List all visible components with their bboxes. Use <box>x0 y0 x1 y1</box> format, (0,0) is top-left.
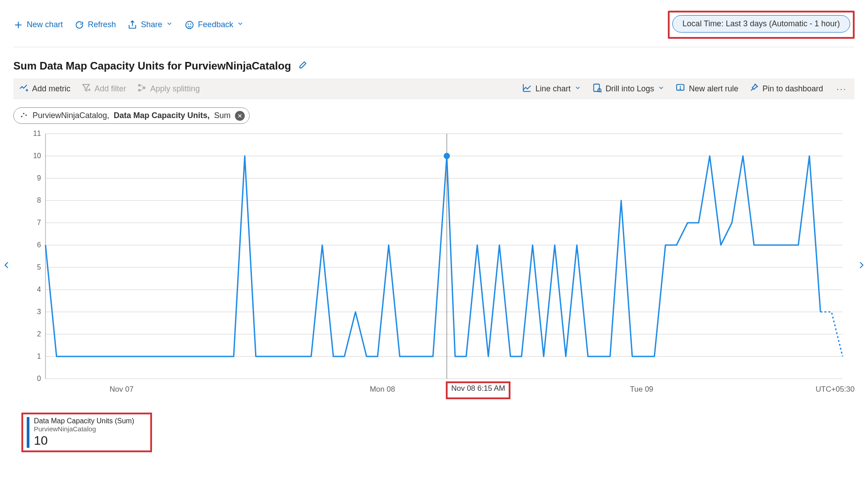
legend-card[interactable]: Data Map Capacity Units (Sum) PurviewNin… <box>27 417 134 448</box>
metric-chip-aggregation: Sum <box>214 111 230 120</box>
share-icon <box>128 20 137 30</box>
more-menu-button[interactable]: ··· <box>834 84 849 94</box>
svg-point-21 <box>680 89 680 89</box>
pin-icon <box>749 83 759 95</box>
tooltip-time-label: Nov 08 6:15 AM <box>451 384 505 393</box>
top-toolbar: New chart Refresh Share Feedback Local T… <box>13 9 855 47</box>
chevron-down-icon <box>166 20 173 29</box>
apply-splitting-label: Apply splitting <box>150 84 200 94</box>
add-filter-label: Add filter <box>95 84 126 94</box>
add-metric-button[interactable]: Add metric <box>19 83 70 95</box>
svg-point-53 <box>444 153 450 159</box>
svg-point-13 <box>144 87 145 89</box>
svg-text:0: 0 <box>37 375 41 382</box>
apply-splitting-button[interactable]: Apply splitting <box>137 83 200 95</box>
logs-icon <box>592 83 602 95</box>
svg-point-22 <box>21 116 22 117</box>
legend-scope: PurviewNinjaCatalog <box>34 425 134 433</box>
svg-point-24 <box>25 115 27 116</box>
svg-point-11 <box>139 85 140 86</box>
chart-type-dropdown[interactable]: Line chart <box>522 83 581 95</box>
svg-text:9: 9 <box>37 174 41 182</box>
time-range-label: Local Time: Last 3 days (Automatic - 1 h… <box>683 19 840 28</box>
svg-text:2: 2 <box>37 330 41 338</box>
feedback-button[interactable]: Feedback <box>185 20 244 30</box>
add-metric-icon <box>19 83 29 95</box>
svg-text:8: 8 <box>37 196 41 204</box>
plus-icon <box>13 20 23 30</box>
split-icon <box>137 83 147 95</box>
scroll-left-button[interactable] <box>2 260 12 270</box>
svg-point-4 <box>188 24 189 24</box>
metric-chip[interactable]: PurviewNinjaCatalog, Data Map Capacity U… <box>13 107 250 124</box>
refresh-label: Refresh <box>88 20 116 29</box>
share-label: Share <box>141 20 162 29</box>
svg-text:1: 1 <box>37 352 41 360</box>
new-chart-label: New chart <box>27 20 63 29</box>
metric-chip-scope: PurviewNinjaCatalog, <box>33 111 109 120</box>
edit-title-button[interactable] <box>297 61 307 72</box>
time-range-picker[interactable]: Local Time: Last 3 days (Automatic - 1 h… <box>672 15 850 33</box>
svg-text:4: 4 <box>37 286 41 293</box>
line-chart-svg[interactable]: 01234567891011 <box>13 129 852 397</box>
drill-logs-label: Drill into Logs <box>605 84 654 94</box>
svg-point-3 <box>186 21 193 29</box>
svg-text:5: 5 <box>37 263 41 271</box>
share-button[interactable]: Share <box>128 20 173 30</box>
svg-point-23 <box>23 113 25 114</box>
svg-text:6: 6 <box>37 241 41 249</box>
svg-point-5 <box>190 24 191 24</box>
scroll-right-button[interactable] <box>856 260 866 270</box>
chart-area: 01234567891011 Nov 08 6:15 AM Nov 07 Mon… <box>13 129 855 401</box>
chart-toolbar: Add metric Add filter Apply splitting Li… <box>13 78 855 99</box>
svg-text:11: 11 <box>33 130 41 137</box>
chevron-down-icon <box>658 84 665 94</box>
smile-icon <box>185 20 194 30</box>
svg-rect-16 <box>594 84 600 92</box>
line-chart-icon <box>522 83 532 95</box>
chart-title-row: Sum Data Map Capacity Units for PurviewN… <box>13 60 855 72</box>
pin-label: Pin to dashboard <box>762 84 823 94</box>
time-range-highlight-box: Local Time: Last 3 days (Automatic - 1 h… <box>668 11 855 39</box>
scatter-icon <box>20 110 28 121</box>
chart-title: Sum Data Map Capacity Units for PurviewN… <box>13 60 291 72</box>
alert-icon <box>675 83 685 95</box>
legend-series-name: Data Map Capacity Units (Sum) <box>34 417 134 425</box>
add-metric-label: Add metric <box>32 84 70 94</box>
x-axis-label: Mon 08 <box>370 385 395 394</box>
svg-text:7: 7 <box>37 219 41 226</box>
new-chart-button[interactable]: New chart <box>13 20 63 30</box>
svg-line-18 <box>601 91 601 92</box>
x-axis-tz-label: UTC+05:30 <box>816 385 855 394</box>
chevron-down-icon <box>237 20 244 29</box>
drill-into-logs-dropdown[interactable]: Drill into Logs <box>592 83 665 95</box>
metric-chip-row: PurviewNinjaCatalog, Data Map Capacity U… <box>13 107 855 124</box>
svg-text:10: 10 <box>33 152 41 160</box>
refresh-button[interactable]: Refresh <box>74 20 116 30</box>
legend-highlight-box: Data Map Capacity Units (Sum) PurviewNin… <box>21 413 152 452</box>
add-filter-button[interactable]: Add filter <box>81 83 126 95</box>
legend-value: 10 <box>34 434 134 448</box>
filter-icon <box>81 83 91 95</box>
remove-metric-button[interactable] <box>235 111 245 121</box>
pin-to-dashboard-button[interactable]: Pin to dashboard <box>749 83 823 95</box>
x-axis-label: Tue 09 <box>630 385 653 394</box>
metric-chip-metric: Data Map Capacity Units, <box>114 111 210 120</box>
new-alert-rule-button[interactable]: New alert rule <box>675 83 738 95</box>
chart-type-label: Line chart <box>535 84 571 94</box>
feedback-label: Feedback <box>198 20 233 29</box>
refresh-icon <box>74 20 84 30</box>
svg-text:3: 3 <box>37 308 41 315</box>
x-axis-label: Nov 07 <box>110 385 134 394</box>
chevron-down-icon <box>574 84 581 94</box>
svg-point-12 <box>139 90 140 91</box>
new-alert-label: New alert rule <box>689 84 738 94</box>
tooltip-time-highlight-box: Nov 08 6:15 AM <box>446 381 510 399</box>
